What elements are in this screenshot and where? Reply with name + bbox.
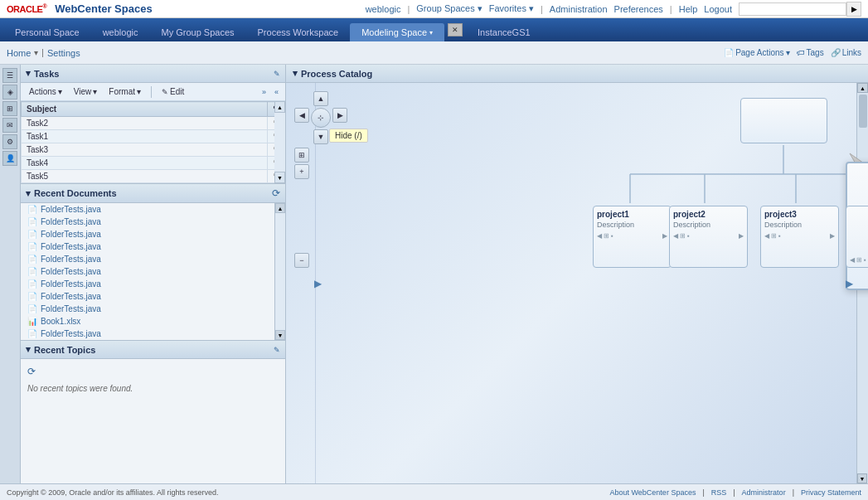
hide-tooltip[interactable]: Hide (/) xyxy=(329,129,368,143)
help-link[interactable]: Help xyxy=(679,4,698,14)
nav-right-button[interactable]: ▶ xyxy=(332,108,347,123)
links-button[interactable]: 🔗 Links xyxy=(831,48,861,57)
tasks-collapse-btn[interactable]: « xyxy=(273,87,280,97)
recent-docs-refresh-icon[interactable]: ⟳ xyxy=(272,187,280,199)
node-icon-4[interactable]: ◀ xyxy=(673,232,678,240)
list-item[interactable]: 📄 FolderTests.java xyxy=(21,278,285,290)
tasks-toggle-icon[interactable]: ▾ xyxy=(26,68,31,79)
recent-topics-edit-icon[interactable]: ✎ xyxy=(274,346,280,354)
sidebar-icon-4[interactable]: ✉ xyxy=(2,118,17,133)
node-icon-10[interactable]: ◀ xyxy=(850,256,855,264)
nav-down-button[interactable]: ▼ xyxy=(313,129,328,144)
process-node-project3[interactable]: project3 Description ◀ ⊞ ▪ ▶ xyxy=(760,206,839,268)
list-item[interactable]: 📄 FolderTests.java xyxy=(21,328,285,340)
list-item[interactable]: 📄 FolderTests.java xyxy=(21,265,285,278)
pc-toggle-icon[interactable]: ▾ xyxy=(293,68,298,79)
administration-link[interactable]: Administration xyxy=(550,4,608,14)
node-expand-icon3[interactable]: ▶ xyxy=(830,232,835,240)
logout-link[interactable]: Logout xyxy=(704,4,732,14)
sidebar-icon-1[interactable]: ☰ xyxy=(2,68,17,83)
tasks-expand-btn[interactable]: » xyxy=(260,87,268,97)
table-row[interactable]: Task3 ✎ xyxy=(22,143,285,157)
node-icon-12[interactable]: ▪ xyxy=(864,256,866,264)
process-node-root[interactable] xyxy=(740,98,827,143)
tab-close-button[interactable]: ✕ xyxy=(448,23,463,36)
canvas-scroll-left[interactable]: ▶ xyxy=(314,278,322,289)
footer-link-admin[interactable]: Administrator xyxy=(742,488,786,497)
vscroll-thumb[interactable] xyxy=(859,95,867,128)
node-icon-11[interactable]: ⊞ xyxy=(856,256,862,264)
docs-scroll-down[interactable]: ▼ xyxy=(275,330,285,340)
zoom-out-button[interactable]: − xyxy=(294,253,309,268)
node-icon-1[interactable]: ◀ xyxy=(597,232,602,240)
recent-topics-toggle-icon[interactable]: ▾ xyxy=(26,344,31,355)
user-link[interactable]: weblogic xyxy=(366,4,401,14)
list-item[interactable]: 📄 FolderTests.java xyxy=(21,303,285,315)
vscroll-up[interactable]: ▲ xyxy=(857,83,868,93)
search-input[interactable] xyxy=(739,2,846,16)
process-node-project1[interactable]: project1 Description ◀ ⊞ ▪ ▶ xyxy=(593,206,672,268)
table-row[interactable]: Task5 ✎ xyxy=(22,170,285,183)
recent-topics-refresh-icon[interactable]: ⟳ xyxy=(27,366,36,377)
tasks-scroll-down[interactable]: ▼ xyxy=(274,172,285,183)
list-item[interactable]: 📄 FolderTests.java xyxy=(21,290,285,303)
node-icon-7[interactable]: ◀ xyxy=(764,232,769,240)
list-item[interactable]: 📄 FolderTests.java xyxy=(21,203,285,216)
process-node-4[interactable]: ◀ ⊞ ▪ ▶ xyxy=(846,206,868,268)
tasks-view-btn[interactable]: View ▾ xyxy=(70,85,101,98)
preferences-link[interactable]: Preferences xyxy=(614,4,663,14)
list-item[interactable]: 📊 Book1.xlsx xyxy=(21,315,285,328)
tasks-edit-btn[interactable]: ✎ Edit xyxy=(158,85,187,98)
tab-instancegs1[interactable]: InstanceGS1 xyxy=(466,23,542,41)
tab-modeling-space[interactable]: Modeling Space ▾ xyxy=(350,23,444,41)
footer-link-about[interactable]: About WebCenter Spaces xyxy=(610,488,696,497)
footer-link-rss[interactable]: RSS xyxy=(711,488,727,497)
tasks-format-btn[interactable]: Format ▾ xyxy=(105,85,144,98)
docs-scroll-up[interactable]: ▲ xyxy=(275,203,285,213)
table-row[interactable]: Task4 ✎ xyxy=(22,157,285,170)
sidebar-icon-3[interactable]: ⊞ xyxy=(2,101,17,116)
node-icon-5[interactable]: ⊞ xyxy=(680,232,686,240)
node-icon-6[interactable]: ▪ xyxy=(687,232,690,240)
vscroll-down[interactable]: ▼ xyxy=(857,473,867,483)
page-actions-button[interactable]: 📄 Page Actions ▾ xyxy=(724,48,789,57)
node-icon-2[interactable]: ⊞ xyxy=(604,232,609,240)
tab-weblogic[interactable]: weblogic xyxy=(91,23,150,41)
tasks-actions-btn[interactable]: Actions ▾ xyxy=(26,85,65,98)
pc-zoom-in-btn[interactable]: + xyxy=(294,164,309,179)
sidebar-icon-5[interactable]: ⚙ xyxy=(2,134,17,149)
node-expand-icon2[interactable]: ▶ xyxy=(739,232,744,240)
node-footer-project3: ◀ ⊞ ▪ ▶ xyxy=(764,232,835,240)
tags-button[interactable]: 🏷 Tags xyxy=(797,48,824,57)
list-item[interactable]: 📄 FolderTests.java xyxy=(21,240,285,253)
node-icon-8[interactable]: ⊞ xyxy=(771,232,777,240)
footer-link-privacy[interactable]: Privacy Statement xyxy=(801,488,861,497)
list-item[interactable]: 📄 FolderTests.java xyxy=(21,216,285,228)
nav-left-button[interactable]: ◀ xyxy=(294,108,309,123)
canvas-scroll-right[interactable]: ▶ xyxy=(846,278,853,289)
node-expand-icon[interactable]: ▶ xyxy=(662,232,667,240)
sidebar-icon-6[interactable]: 👤 xyxy=(2,151,17,166)
recent-docs-toggle-icon[interactable]: ▾ xyxy=(26,188,31,199)
tasks-edit-icon[interactable]: ✎ xyxy=(274,70,280,78)
node-icon-3[interactable]: ▪ xyxy=(611,232,613,240)
process-node-project2[interactable]: project2 Description ◀ ⊞ ▪ ▶ xyxy=(669,206,748,268)
group-spaces-link[interactable]: Group Spaces ▾ xyxy=(416,3,482,14)
list-item[interactable]: 📄 FolderTests.java xyxy=(21,253,285,265)
pc-grid-btn[interactable]: ⊞ xyxy=(294,148,309,163)
breadcrumb-home[interactable]: Home xyxy=(7,48,31,58)
search-button[interactable]: ▶ xyxy=(846,2,861,17)
sidebar-icon-2[interactable]: ◈ xyxy=(2,85,17,100)
list-item[interactable]: 📄 FolderTests.java xyxy=(21,228,285,240)
breadcrumb-settings[interactable]: Settings xyxy=(47,48,80,58)
tab-personal-space[interactable]: Personal Space xyxy=(3,23,91,41)
tab-process-workspace[interactable]: Process Workspace xyxy=(246,23,351,41)
nav-up-button[interactable]: ▲ xyxy=(313,91,328,106)
nav-center-button[interactable]: ⊹ xyxy=(311,108,331,128)
favorites-link[interactable]: Favorites ▾ xyxy=(489,3,534,14)
table-row[interactable]: Task2 ✎ xyxy=(22,117,285,130)
tasks-scroll-up[interactable]: ▲ xyxy=(274,101,285,113)
table-row[interactable]: Task1 ✎ xyxy=(22,130,285,143)
tab-my-group-spaces[interactable]: My Group Spaces xyxy=(149,23,245,41)
node-icon-9[interactable]: ▪ xyxy=(778,232,781,240)
